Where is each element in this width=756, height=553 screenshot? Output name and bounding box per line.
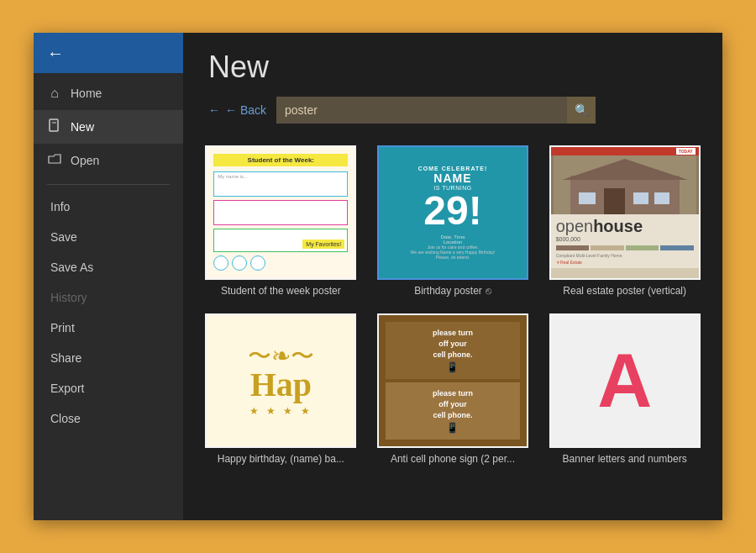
student-card-3-wrap: My Favorites!: [213, 229, 348, 252]
sidebar-item-new[interactable]: New: [34, 110, 183, 144]
search-icon: 🔍: [575, 103, 589, 117]
cellphone-preview: please turn off your cell phone. 📱 pleas…: [379, 315, 527, 446]
main-content: New ← ← Back 🔍: [183, 33, 722, 520]
sidebar-item-home[interactable]: ⌂ Home: [34, 76, 183, 110]
cell-icon-2: 📱: [446, 422, 459, 434]
swatch-3: [626, 245, 659, 250]
save-as-label: Save As: [50, 261, 93, 274]
student-cards: My name is... My Favorites!: [213, 171, 348, 252]
template-label-cell: Anti cell phone sign (2 per...: [391, 453, 515, 465]
template-label-banner: Banner letters and numbers: [563, 453, 687, 465]
re-header: TODAY: [551, 147, 699, 155]
template-anti-cell[interactable]: please turn off your cell phone. 📱 pleas…: [375, 313, 531, 465]
circle-3: [250, 255, 265, 271]
sidebar: ← ⌂ Home New: [34, 33, 183, 520]
template-banner[interactable]: A Banner letters and numbers: [547, 313, 702, 465]
bday-number: 29!: [423, 191, 481, 231]
sidebar-new-label: New: [71, 120, 94, 134]
sidebar-open-label: Open: [71, 154, 99, 167]
student-favorite: My Favorites!: [302, 240, 344, 249]
student-title: Student of the Week:: [213, 154, 348, 166]
sidebar-item-save-as[interactable]: Save As: [34, 252, 183, 282]
happy-preview: 〜❧〜 Hap ★ ★ ★ ★: [207, 315, 354, 446]
template-label-student: Student of the week poster: [221, 285, 341, 297]
circle-1: [213, 255, 228, 271]
pin-icon: ⎋: [486, 285, 491, 297]
template-student-week[interactable]: Student of the Week: My name is... My Fa…: [203, 145, 359, 297]
home-icon: ⌂: [47, 86, 62, 101]
sidebar-home-label: Home: [71, 87, 102, 100]
sidebar-nav: ⌂ Home New Open: [34, 73, 183, 434]
back-button[interactable]: ←: [34, 33, 183, 73]
template-thumb-cell: please turn off your cell phone. 📱 pleas…: [377, 313, 528, 448]
templates-grid: Student of the Week: My name is... My Fa…: [203, 145, 702, 465]
bday-name: NAME: [433, 171, 471, 185]
template-label-birthday: Birthday poster ⎋: [414, 285, 491, 297]
template-real-estate[interactable]: TODAY: [547, 145, 702, 297]
template-thumb-realestate: TODAY: [549, 145, 701, 280]
search-back-link[interactable]: ← ← Back: [208, 103, 266, 117]
sidebar-item-close[interactable]: Close: [34, 403, 183, 434]
swatch-1: [556, 245, 590, 250]
sidebar-item-print[interactable]: Print: [34, 313, 183, 343]
hap-text: Hap: [250, 368, 312, 402]
banner-preview: A: [551, 315, 699, 446]
cellphone-bottom: please turn off your cell phone. 📱: [386, 382, 520, 440]
hap-swirl: 〜❧〜: [248, 345, 314, 368]
sidebar-item-save[interactable]: Save: [34, 222, 183, 252]
save-label: Save: [50, 230, 77, 244]
student-preview: Student of the Week: My name is... My Fa…: [207, 147, 354, 278]
cellphone-top: please turn off your cell phone. 📱: [386, 322, 520, 379]
template-thumb-birthday: COME CELEBRATE! NAME IS TURNING 29! Date…: [377, 145, 528, 280]
svg-rect-6: [633, 192, 648, 204]
student-card-2: [213, 200, 348, 225]
cell-text-3: cell phone.: [433, 350, 472, 359]
back-arrow-search-icon: ←: [208, 103, 220, 117]
cell-text-6: cell phone.: [433, 411, 472, 419]
house-svg: [554, 155, 696, 214]
sidebar-item-export[interactable]: Export: [34, 373, 183, 403]
template-birthday[interactable]: COME CELEBRATE! NAME IS TURNING 29! Date…: [375, 145, 531, 297]
bday-come: COME CELEBRATE!: [418, 166, 488, 171]
re-openhouse-text: open house: [556, 218, 694, 234]
circle-2: [232, 255, 247, 271]
re-house-word: house: [593, 218, 643, 234]
close-label: Close: [50, 412, 81, 425]
print-label: Print: [50, 321, 75, 334]
info-label: Info: [50, 200, 70, 213]
cell-icon-1: 📱: [446, 361, 459, 373]
re-title-area: open house $000,000 Com: [551, 214, 699, 268]
search-bar: ← ← Back 🔍: [208, 97, 697, 124]
re-open: open: [556, 218, 594, 234]
cell-text-2: off your: [438, 340, 467, 348]
share-label: Share: [50, 351, 81, 365]
template-thumb-banner: A: [549, 313, 701, 448]
bday-details: Date, TimeLocation: [440, 234, 465, 245]
export-label: Export: [50, 382, 84, 395]
sidebar-item-open[interactable]: Open: [34, 144, 183, 177]
sidebar-divider: [47, 184, 170, 185]
sidebar-item-history: History: [34, 282, 183, 313]
page-title: New: [208, 50, 697, 85]
cell-text-4: please turn: [433, 389, 473, 398]
sidebar-item-info[interactable]: Info: [34, 192, 183, 222]
sidebar-item-share[interactable]: Share: [34, 343, 183, 373]
birthday-preview: COME CELEBRATE! NAME IS TURNING 29! Date…: [379, 147, 527, 278]
templates-area: Student of the Week: My name is... My Fa…: [183, 132, 722, 520]
swatch-2: [591, 245, 624, 250]
search-button[interactable]: 🔍: [567, 97, 596, 124]
re-price: $000,000: [556, 236, 694, 242]
search-input[interactable]: [276, 97, 596, 124]
banner-letter-a: A: [597, 343, 652, 419]
template-happy-birthday[interactable]: 〜❧〜 Hap ★ ★ ★ ★ Happy birthday, (name) b…: [203, 313, 359, 465]
app-window: ← ⌂ Home New: [34, 33, 722, 520]
student-card-1: My name is...: [213, 171, 348, 197]
realestate-preview: TODAY: [551, 147, 699, 278]
main-header: New ← ← Back 🔍: [183, 33, 722, 132]
svg-rect-0: [50, 119, 58, 131]
history-label: History: [50, 291, 87, 304]
cell-text-1: please turn: [433, 329, 473, 337]
cell-text-5: off your: [438, 400, 467, 408]
back-link-label: ← Back: [225, 103, 266, 117]
re-image: [551, 155, 699, 214]
